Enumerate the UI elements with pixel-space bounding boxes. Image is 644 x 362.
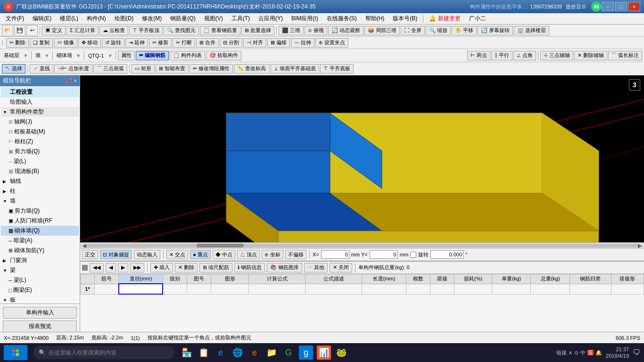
delete-axis-button[interactable]: ✕ 删除辅轴	[574, 51, 607, 60]
three-arc-button[interactable]: ⌒ 三点画弧	[93, 64, 127, 74]
split-button[interactable]: ⊟ 分割	[220, 38, 242, 48]
cloud-check-button[interactable]: ☁ 云检查	[99, 26, 128, 35]
x-coord-input[interactable]	[321, 250, 349, 259]
intersection-button[interactable]: ✕ 交点	[166, 250, 188, 259]
nav-item-masonry-rebar[interactable]: ⊞ 砌体加筋(Y)	[1, 246, 79, 255]
toolbar-icon-open[interactable]: 📂	[2, 25, 13, 36]
cell-fig-num-1[interactable]	[187, 284, 211, 294]
menu-online[interactable]: 在线服务(S)	[323, 14, 361, 24]
vertex-button[interactable]: △ 顶点	[237, 250, 260, 259]
nav-section-column[interactable]: ▶ 柱	[1, 186, 79, 196]
menu-component[interactable]: 构件(N)	[83, 14, 110, 24]
taskbar-clock[interactable]: 21:37 2018/4/19	[606, 346, 629, 360]
three-point-axis-button[interactable]: ⊹ 三点辅轴	[540, 51, 573, 60]
nav-item-shear-wall[interactable]: ▣ 剪力墙(Q)	[1, 206, 79, 216]
object-snap-button[interactable]: ⊡ 对象捕捉	[100, 250, 132, 259]
find-element-button[interactable]: 🔍 查找图元	[164, 26, 199, 35]
rebar-prev-button[interactable]: ◀	[106, 263, 116, 272]
cell-loss-1[interactable]	[454, 284, 492, 294]
rebar-last-button[interactable]: ▶▶	[130, 263, 144, 272]
zoom-button[interactable]: 🔍 缩放	[426, 26, 451, 35]
menu-edit[interactable]: 编辑(E)	[29, 14, 55, 24]
menu-modify[interactable]: 修改(M)	[138, 14, 165, 24]
local-3d-button[interactable]: 📦 局部三维	[364, 26, 400, 35]
close-rebar-button[interactable]: ✕ 关闭	[330, 263, 352, 272]
rebar-resize-handle[interactable]	[82, 265, 88, 271]
define-button[interactable]: ▣ 定义	[42, 26, 66, 35]
cell-splice-type-1[interactable]	[611, 284, 644, 294]
nav-item-shear-wall-common[interactable]: ▣ 剪力墙(Q)	[1, 147, 79, 156]
close-button[interactable]: ×	[628, 2, 640, 11]
menu-floor[interactable]: 楼层(L)	[56, 14, 82, 24]
cell-diameter-1[interactable]	[119, 284, 163, 294]
minimize-button[interactable]: －	[602, 2, 614, 11]
menu-draw[interactable]: 绘图(D)	[111, 14, 138, 24]
viewport-scrollbar[interactable]: ◀ ▶	[80, 242, 644, 248]
property-button[interactable]: 属性	[118, 51, 135, 60]
align-bottom-button[interactable]: ⊥ 墙底平齐基础底	[271, 64, 319, 74]
taskbar-icon-browser2[interactable]: e	[248, 346, 261, 359]
cell-desc-1[interactable]	[305, 284, 362, 294]
copy-button[interactable]: ❑ 复制	[30, 38, 53, 48]
single-component-button[interactable]: 单构件输入	[3, 307, 77, 319]
tray-s-icon[interactable]: S	[587, 350, 594, 355]
check-elevation-button[interactable]: 📏 查改标高	[234, 64, 269, 74]
point-angle-button[interactable]: ∠ 点角	[513, 51, 536, 60]
cell-length-1[interactable]	[362, 284, 406, 294]
align-button[interactable]: ⊣ 对齐	[243, 38, 266, 48]
nav-item-masonry-wall[interactable]: ▦ 砌体墙(Q)	[1, 226, 79, 236]
dynamic-view-button[interactable]: 🔄 动态观察	[328, 26, 363, 35]
h-scrollbar-thumb[interactable]	[197, 244, 244, 247]
pick-component-button[interactable]: 🎯 拾取构件	[206, 51, 241, 60]
nav-item-project-settings[interactable]: 工程设置	[1, 87, 79, 97]
toolbar-icon-save[interactable]: 💾	[14, 25, 25, 36]
taskbar-icon-gdal[interactable]: G	[282, 346, 295, 359]
menu-new-change[interactable]: 🔔 新建变更	[425, 14, 464, 24]
break-button[interactable]: ✂ 打断	[173, 38, 195, 48]
two-point-button[interactable]: ⊢ 两点	[467, 51, 490, 60]
mirror-button[interactable]: ⇔ 镜像	[54, 38, 77, 48]
nav-item-civil-defense-wall[interactable]: ▣ 人防门框墙(RF	[1, 216, 79, 226]
cell-bar-num-1[interactable]	[95, 284, 119, 294]
floor-select-button[interactable]: 🏢 选择楼层	[514, 26, 549, 35]
nav-item-ring-beam[interactable]: □ 圈梁(E)	[1, 285, 79, 295]
edit-rebar-button[interactable]: ✏ 编辑钢筋	[136, 51, 169, 60]
dynamic-input-button[interactable]: 动态输入	[134, 250, 160, 259]
cell-figure-1[interactable]	[211, 284, 249, 294]
arc-dim-button[interactable]: ⌒ 弧长标注	[608, 51, 642, 60]
coord-button[interactable]: ⊕ 坐标	[262, 250, 283, 259]
nav-section-slab[interactable]: ▼ 板	[1, 295, 79, 304]
menu-view[interactable]: 视图(V)	[200, 14, 227, 24]
component-list-button[interactable]: 📋 构件列表	[170, 51, 205, 60]
nav-section-beam[interactable]: ▼ 梁	[1, 265, 79, 275]
extend-button[interactable]: ⇥ 延伸	[125, 38, 148, 48]
point-length-button[interactable]: ⊣⊢ 点加长度	[54, 64, 92, 74]
h-scrollbar-track[interactable]	[86, 244, 638, 247]
nav-item-beam[interactable]: ─ 梁(L)	[1, 275, 79, 285]
endpoint-button[interactable]: ● 重点	[190, 250, 211, 259]
nav-pin-button[interactable]: 📌	[66, 78, 72, 84]
nav-close-button[interactable]: ×	[74, 78, 77, 84]
rebar-info-button[interactable]: ℹ 钢筋信息	[234, 263, 265, 272]
tray-input[interactable]: 中	[580, 349, 586, 356]
nav-section-opening[interactable]: ▶ 门窗洞	[1, 255, 79, 265]
taskbar-icon-ie[interactable]: e	[214, 346, 227, 359]
align-top-button[interactable]: ⊤ 平齐板顶	[129, 26, 163, 35]
align-floor-button[interactable]: ⊤ 平齐底板	[320, 64, 354, 74]
trim-button[interactable]: ✂ 修剪	[149, 38, 172, 48]
maximize-button[interactable]: □	[615, 2, 627, 11]
delete-button[interactable]: ✂ 删除	[6, 38, 29, 48]
y-coord-input[interactable]	[370, 250, 398, 259]
nav-item-cast-slab-common[interactable]: ▦ 现浇板(B)	[1, 166, 79, 176]
rotate-input[interactable]	[430, 250, 463, 259]
screen-rotate-button[interactable]: 🔃 屏幕旋转	[478, 26, 513, 35]
rebar-library-button[interactable]: 📚 钢筋图库	[267, 263, 302, 272]
menu-tools[interactable]: 工具(T)	[228, 14, 254, 24]
cell-formula-1[interactable]	[249, 284, 305, 294]
cell-unit-weight-1[interactable]	[492, 284, 531, 294]
rebar-table-wrapper[interactable]: 筋号 直径(mm) 级别 图号 图形 计算公式 公式描述 长度(mm) 根数 搭…	[80, 274, 644, 332]
taskbar-icon-task[interactable]: 📋	[197, 346, 210, 359]
tray-bell[interactable]: 🔔	[595, 350, 602, 356]
nav-item-axis[interactable]: ⊞ 轴网(J)	[1, 117, 79, 127]
menu-rebar[interactable]: 钢筋量(Q)	[166, 14, 199, 24]
